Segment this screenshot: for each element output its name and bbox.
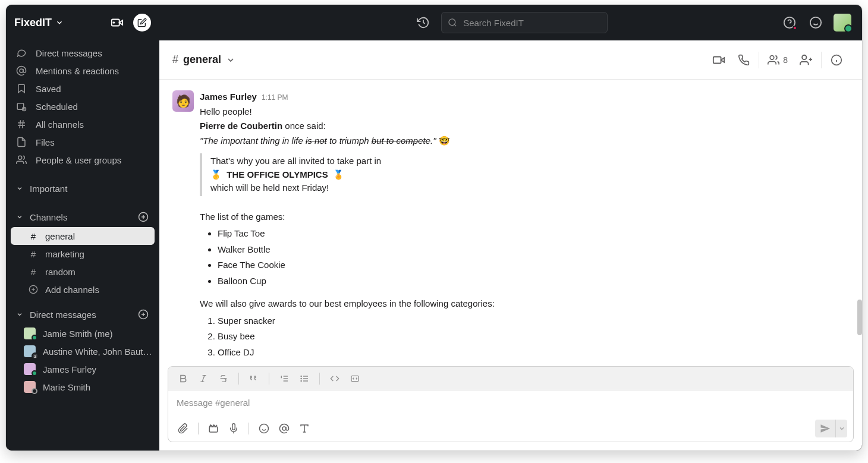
workspace-actions <box>107 12 151 33</box>
main-area: # general 8 🧑 <box>159 5 862 451</box>
avatar <box>24 327 36 339</box>
svg-point-25 <box>810 17 821 28</box>
members-button[interactable]: 8 <box>762 54 794 66</box>
help-button[interactable] <box>781 14 798 31</box>
divider <box>821 52 822 68</box>
channel-label: marketing <box>45 249 84 259</box>
nav-all-channels[interactable]: All channels <box>6 115 159 133</box>
quote-part: to triumph <box>327 136 372 146</box>
scrollbar[interactable] <box>857 300 862 335</box>
svg-point-48 <box>301 378 301 379</box>
nav-saved[interactable]: Saved <box>6 80 159 97</box>
bold-button[interactable] <box>174 370 192 388</box>
blockquote: That's why you are all invited to take p… <box>200 153 849 196</box>
quote-part: ." <box>430 136 436 146</box>
quote-button[interactable] <box>245 370 263 388</box>
dm-james-furley[interactable]: James Furley <box>6 360 159 378</box>
scheduled-icon <box>15 100 27 112</box>
mention-button[interactable] <box>275 420 293 437</box>
dm-label: Austine White, John Baut… <box>43 347 152 357</box>
sidebar: FixedIT Direct messages Mentions & react… <box>6 5 159 451</box>
quote-strike: but to compete <box>372 136 430 146</box>
unordered-list-button[interactable] <box>295 370 313 388</box>
divider <box>759 52 759 68</box>
search-input[interactable] <box>463 18 601 28</box>
history-icon <box>417 16 430 29</box>
nav-people[interactable]: People & user groups <box>6 151 159 169</box>
composer <box>168 366 854 442</box>
svg-point-30 <box>770 55 774 59</box>
hash-icon: # <box>172 53 178 66</box>
presence-online-icon <box>32 370 37 376</box>
add-channels[interactable]: Add channels <box>11 281 155 298</box>
channel-info-button[interactable] <box>824 49 849 71</box>
composer-actions <box>168 415 853 442</box>
message-author[interactable]: James Furley <box>200 90 257 104</box>
channel-general[interactable]: # general <box>11 227 155 245</box>
nav-list: Direct messages Mentions & reactions Sav… <box>6 40 159 172</box>
compose-button[interactable] <box>133 14 151 32</box>
add-dm-button[interactable] <box>137 308 150 321</box>
user-avatar[interactable] <box>834 14 851 32</box>
search-box[interactable] <box>441 12 608 33</box>
channels-icon <box>15 118 27 130</box>
olympics-title: THE OFFICE OLYMPICS <box>227 169 328 179</box>
section-channels[interactable]: Channels <box>6 207 159 227</box>
section-dms[interactable]: Direct messages <box>6 304 159 325</box>
message-header: James Furley 1:11 PM <box>200 90 849 104</box>
codeblock-button[interactable] <box>346 370 364 388</box>
section-label: Important <box>30 184 67 194</box>
quote-part: "The important thing in life <box>200 136 306 146</box>
workspace-switcher[interactable]: FixedIT <box>14 17 64 29</box>
video-add-button[interactable] <box>107 12 127 33</box>
nav-files[interactable]: Files <box>6 133 159 151</box>
italic-button[interactable] <box>194 370 212 388</box>
dm-label: Marie Smith <box>43 382 90 392</box>
bold-icon <box>178 374 188 383</box>
ordered-list-button[interactable] <box>275 370 293 388</box>
dm-marie-smith[interactable]: Marie Smith <box>6 378 159 396</box>
nav-mentions[interactable]: Mentions & reactions <box>6 62 159 80</box>
channel-random[interactable]: # random <box>11 263 155 281</box>
nav-label: Files <box>36 137 55 147</box>
at-icon <box>15 65 27 77</box>
invite-line: That's why you are all invited to take p… <box>210 155 849 168</box>
dm-austine-white[interactable]: 3 Austine White, John Baut… <box>6 342 159 360</box>
code-button[interactable] <box>326 370 344 388</box>
history-button[interactable] <box>414 13 433 32</box>
strike-button[interactable] <box>215 370 232 388</box>
audio-button[interactable] <box>225 420 243 437</box>
chevron-down-icon <box>226 55 235 65</box>
emoji-button[interactable] <box>807 14 824 31</box>
chevron-down-icon <box>15 213 24 221</box>
phone-call-button[interactable] <box>731 49 756 71</box>
topbar-center <box>414 12 608 33</box>
send-button[interactable] <box>815 420 835 437</box>
add-people-button[interactable] <box>794 49 819 71</box>
video-call-button[interactable] <box>706 49 731 71</box>
svg-point-56 <box>282 427 286 430</box>
message-line: Hello people! <box>200 105 849 119</box>
awards-list: Super snacker Busy bee Office DJ <box>218 313 849 361</box>
italic-icon <box>199 374 208 383</box>
dm-jamie-smith[interactable]: Jamie Smith (me) <box>6 325 159 342</box>
send-options-button[interactable] <box>835 420 847 437</box>
nav-scheduled[interactable]: Scheduled <box>6 97 159 115</box>
channel-marketing[interactable]: # marketing <box>11 245 155 263</box>
nav-direct-messages[interactable]: Direct messages <box>6 44 159 62</box>
format-toggle-button[interactable] <box>295 420 313 437</box>
section-important[interactable]: Important <box>6 178 159 199</box>
attach-button[interactable] <box>174 420 192 437</box>
emoji-picker-button[interactable] <box>255 420 273 437</box>
message-avatar[interactable]: 🧑 <box>172 90 194 112</box>
channel-title[interactable]: # general <box>172 53 235 66</box>
medal-emoji: 🏅 <box>333 169 344 179</box>
info-icon <box>831 54 842 66</box>
video-clip-button[interactable] <box>205 420 222 437</box>
add-channel-button[interactable] <box>137 210 150 223</box>
message-line: Pierre de Coubertin once said: <box>200 119 849 133</box>
message-time: 1:11 PM <box>262 92 288 103</box>
message-input[interactable] <box>177 398 845 408</box>
messages-pane[interactable]: 🧑 James Furley 1:11 PM Hello people! Pie… <box>159 80 862 361</box>
ul-icon <box>300 374 309 383</box>
